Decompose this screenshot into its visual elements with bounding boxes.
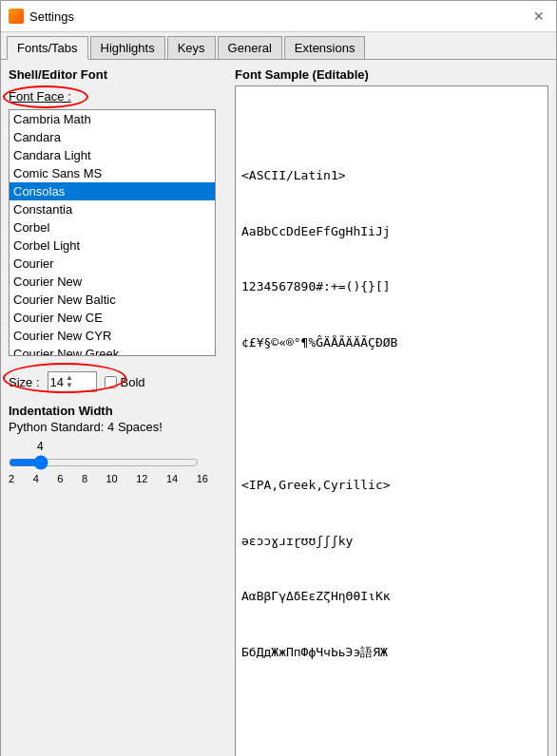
font-list-item[interactable]: Comic Sans MS <box>10 164 215 182</box>
font-list-item[interactable]: Courier New Greek <box>10 345 215 356</box>
ascii-line2: 1234567890#:+=(){}[] <box>241 277 542 296</box>
slider-label: 8 <box>82 473 87 484</box>
font-list-item[interactable]: Courier New <box>10 273 215 291</box>
font-list-item[interactable]: Courier New Baltic <box>10 291 215 309</box>
font-sample-label: Font Sample (Editable) <box>235 67 548 82</box>
bold-check[interactable]: Bold <box>105 375 145 389</box>
indent-label: Indentation Width <box>9 404 227 418</box>
slider-label: 6 <box>57 473 63 484</box>
ipa-line3: БбДдЖжПпФфЧчЬьЭэ語ЯЖ <box>241 643 542 662</box>
indent-slider[interactable] <box>9 455 199 470</box>
font-list-item[interactable]: Courier New CE <box>10 309 215 327</box>
tab-extensions[interactable]: Extensions <box>284 36 366 59</box>
slider-label: 12 <box>136 473 147 484</box>
font-list-item[interactable]: Corbel Light <box>10 236 215 255</box>
slider-container: 4 246810121416 <box>9 440 208 484</box>
font-list-item[interactable]: Consolas <box>10 182 215 200</box>
size-down-button[interactable]: ▼ <box>66 382 73 389</box>
tab-keys[interactable]: Keys <box>167 36 216 59</box>
size-value: 14 <box>50 375 64 389</box>
font-face-row: Font Face : <box>9 89 227 104</box>
font-sample-box[interactable]: <ASCII/Latin1> AaBbCcDdEeFfGgHhIiJj 1234… <box>235 85 548 756</box>
ipa-title: <IPA,Greek,Cyrillic> <box>241 476 542 495</box>
window-title: Settings <box>29 9 74 24</box>
size-arrows: ▲ ▼ <box>66 374 73 389</box>
font-list-item[interactable]: Constantia <box>10 200 215 218</box>
close-button[interactable]: ✕ <box>529 7 548 26</box>
hebrew-section: <Hebrew, Arabic> קיצוןמלכלויטחזוהדגבא ٠١… <box>241 748 542 756</box>
tab-general[interactable]: General <box>218 36 282 59</box>
title-bar: Settings ✕ <box>1 1 556 32</box>
shell-editor-font-label: Shell/Editor Font <box>9 67 227 82</box>
font-list-item[interactable]: Candara Light <box>10 146 215 164</box>
indent-section: Indentation Width Python Standard: 4 Spa… <box>9 404 227 484</box>
ascii-title: <ASCII/Latin1> <box>241 166 542 185</box>
bold-checkbox[interactable] <box>105 376 117 388</box>
slider-value: 4 <box>37 440 208 453</box>
left-panel: Shell/Editor Font Font Face : Cambria Ma… <box>9 67 227 756</box>
ascii-line1: AaBbCcDdEeFfGgHhIiJj <box>241 222 542 241</box>
size-label: Size : <box>9 375 40 389</box>
slider-label: 2 <box>9 473 14 484</box>
bold-label: Bold <box>121 375 145 389</box>
tab-fonts-tabs[interactable]: Fonts/Tabs <box>7 36 88 60</box>
app-icon <box>9 9 24 24</box>
font-list-item[interactable]: Cambria Math <box>10 110 215 128</box>
slider-label: 4 <box>33 473 39 484</box>
main-content: Shell/Editor Font Font Face : Cambria Ma… <box>1 60 556 756</box>
slider-label: 10 <box>106 473 118 484</box>
ascii-line3: ¢£¥§©«®°¶%ĜÄÅÃÄÄÃÇĐØB <box>241 333 542 352</box>
font-list[interactable]: Cambria MathCandaraCandara LightComic Sa… <box>9 109 216 356</box>
font-list-container: Cambria MathCandaraCandara LightComic Sa… <box>9 109 227 356</box>
ascii-section: <ASCII/Latin1> AaBbCcDdEeFfGgHhIiJj 1234… <box>241 129 542 388</box>
font-list-item[interactable]: Courier New CYR <box>10 327 215 345</box>
ipa-section: <IPA,Greek,Cyrillic> əɛɔɔɣɹɪɽʊʊʃʃʃky AαB… <box>241 439 542 698</box>
ipa-line2: AαBβΓγΔδEεZζHηΘθIιKκ <box>241 587 542 606</box>
font-face-label: Font Face : <box>9 89 71 104</box>
settings-window: Settings ✕ Fonts/Tabs Highlights Keys Ge… <box>0 0 557 756</box>
python-label: Python Standard: 4 Spaces! <box>9 420 227 434</box>
tabs-bar: Fonts/Tabs Highlights Keys General Exten… <box>1 32 556 60</box>
ipa-line1: əɛɔɔɣɹɪɽʊʊʃʃʃky <box>241 532 542 551</box>
size-row: Size : 14 ▲ ▼ Bold <box>9 371 227 392</box>
tab-highlights[interactable]: Highlights <box>90 36 165 59</box>
title-bar-left: Settings <box>9 9 74 24</box>
slider-labels: 246810121416 <box>9 473 208 484</box>
right-panel: Font Sample (Editable) <ASCII/Latin1> Aa… <box>235 67 548 756</box>
slider-label: 14 <box>166 473 178 484</box>
font-list-item[interactable]: Candara <box>10 128 215 146</box>
font-list-item[interactable]: Corbel <box>10 218 215 236</box>
size-section: Size : 14 ▲ ▼ Bold <box>9 368 227 392</box>
size-input-box[interactable]: 14 ▲ ▼ <box>48 371 97 392</box>
font-list-item[interactable]: Courier <box>10 255 215 273</box>
slider-label: 16 <box>197 473 208 484</box>
